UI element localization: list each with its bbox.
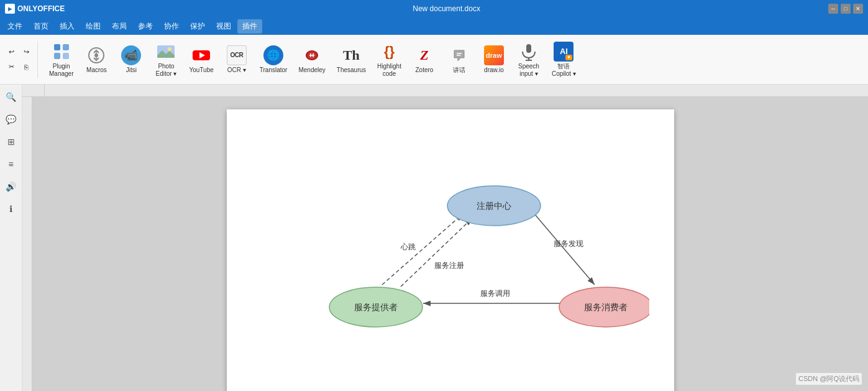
svg-rect-1 [63, 44, 69, 50]
menu-reference[interactable]: 参考 [133, 19, 158, 34]
highlight-code-button[interactable]: {} Highlightcode [373, 39, 405, 81]
cut-icon[interactable]: ✂ [5, 61, 17, 73]
document-area: 注册中心 服务提供者 服务消费者 心跳 服务注册 服务发现 [22, 97, 868, 391]
svg-rect-3 [63, 53, 69, 59]
svg-rect-2 [54, 53, 60, 59]
ai-copilot-icon: AI ✦ [554, 42, 573, 62]
photo-editor-icon [156, 42, 176, 62]
youtube-button[interactable]: YouTube [185, 39, 217, 81]
speech-input-button[interactable]: Speechinput ▾ [513, 39, 544, 81]
menu-protect[interactable]: 保护 [185, 19, 210, 34]
svg-line-20 [401, 218, 472, 287]
zotero-button[interactable]: Z Zotero [409, 39, 440, 81]
plugin-toolbar: PluginManager Macros 📹 Jitsi [40, 39, 580, 81]
sidebar-search-icon[interactable]: 🔍 [4, 90, 19, 104]
svg-text:服务消费者: 服务消费者 [584, 302, 628, 312]
svg-line-21 [534, 214, 595, 285]
title-bar: ▶ ONLYOFFICE New document.docx ─ □ ✕ [0, 0, 868, 17]
redo-icon[interactable]: ↪ [20, 46, 32, 58]
svg-line-23 [382, 214, 463, 285]
ocr-button[interactable]: OCR OCR ▾ [221, 39, 252, 81]
ruler-left [22, 97, 32, 391]
ruler-scale-top: // rendered via JS below [45, 85, 868, 96]
document-title: New document.docx [65, 4, 828, 13]
mendeley-icon [302, 45, 322, 65]
menu-plugin[interactable]: 插件 [237, 19, 262, 34]
thesaurus-icon: Th [341, 45, 361, 65]
toolbar: ↩ ↪ ✂ ⎘ PluginManager [0, 35, 868, 85]
sidebar-info-icon[interactable]: ℹ [4, 201, 19, 216]
plugin-manager-button[interactable]: PluginManager [45, 39, 77, 81]
speech-input-label: Speechinput ▾ [518, 63, 539, 78]
ocr-icon: OCR [227, 45, 247, 65]
sidebar-speaker-icon[interactable]: 🔊 [4, 179, 19, 194]
ruler-corner [22, 85, 45, 96]
translator-label: Translator [260, 67, 288, 74]
svg-text:服务提供者: 服务提供者 [354, 302, 398, 312]
svg-point-8 [168, 47, 171, 51]
svg-point-6 [94, 53, 98, 57]
ai-copilot-button[interactable]: AI ✦ 智语Copilot ▾ [548, 39, 580, 81]
undo-icon[interactable]: ↩ [5, 46, 17, 58]
ocr-label: OCR ▾ [227, 67, 246, 74]
thesaurus-label: Thesaurus [337, 67, 366, 74]
svg-rect-13 [526, 44, 531, 53]
sidebar-grid-icon[interactable]: ⊞ [4, 134, 19, 149]
translator-icon: 🌐 [263, 45, 283, 65]
talk-button[interactable]: 讲话 [444, 39, 475, 81]
watermark: CSDN @阿Q说代码 [796, 373, 862, 385]
close-button[interactable]: ✕ [853, 4, 863, 14]
menu-draw[interactable]: 绘图 [81, 19, 106, 34]
jitsi-label: Jitsi [126, 67, 137, 74]
main-area: 🔍 💬 ⊞ ≡ 🔊 ℹ // rendered via JS below [0, 85, 868, 391]
menu-view[interactable]: 视图 [211, 19, 236, 34]
toolbar-row-2: ✂ ⎘ [5, 61, 32, 73]
drawio-button[interactable]: draw draw.io [478, 39, 509, 81]
menu-insert[interactable]: 插入 [55, 19, 80, 34]
menu-bar: 文件 首页 插入 绘图 布局 参考 协作 保护 视图 插件 [0, 17, 868, 35]
minimize-button[interactable]: ─ [828, 4, 838, 14]
translator-button[interactable]: 🌐 Translator [256, 39, 291, 81]
toolbar-quick-access: ↩ ↪ ✂ ⎘ [5, 41, 38, 78]
window-controls: ─ □ ✕ [828, 4, 863, 14]
jitsi-icon: 📹 [121, 45, 141, 65]
copy-icon[interactable]: ⎘ [20, 61, 32, 73]
ai-copilot-label: 智语Copilot ▾ [552, 63, 576, 78]
menu-home[interactable]: 首页 [29, 19, 53, 34]
thesaurus-button[interactable]: Th Thesaurus [333, 39, 370, 81]
sidebar-comment-icon[interactable]: 💬 [4, 112, 19, 127]
sidebar-list-icon[interactable]: ≡ [4, 157, 19, 172]
macros-label: Macros [86, 67, 107, 74]
logo-icon: ▶ [5, 4, 15, 14]
mendeley-label: Mendeley [298, 67, 325, 74]
logo-text: ONLYOFFICE [17, 4, 65, 13]
drawio-label: draw.io [484, 67, 504, 74]
document-page: 注册中心 服务提供者 服务消费者 心跳 服务注册 服务发现 [227, 109, 674, 391]
svg-text:服务注册: 服务注册 [434, 261, 464, 270]
page-container[interactable]: 注册中心 服务提供者 服务消费者 心跳 服务注册 服务发现 [32, 97, 868, 391]
photo-editor-button[interactable]: PhotoEditor ▾ [150, 39, 181, 81]
svg-rect-16 [45, 85, 868, 96]
left-sidebar: 🔍 💬 ⊞ ≡ 🔊 ℹ [0, 85, 22, 391]
menu-collaborate[interactable]: 协作 [159, 19, 184, 34]
maximize-button[interactable]: □ [841, 4, 851, 14]
content-area: // rendered via JS below [22, 85, 868, 391]
svg-text:心跳: 心跳 [400, 242, 416, 251]
drawio-icon: draw [484, 45, 504, 65]
svg-rect-17 [22, 97, 32, 391]
ruler-top: // rendered via JS below [22, 85, 868, 97]
youtube-label: YouTube [189, 67, 213, 74]
talk-icon [449, 45, 469, 65]
menu-file[interactable]: 文件 [2, 19, 27, 34]
toolbar-row-1: ↩ ↪ [5, 46, 32, 58]
macros-button[interactable]: Macros [81, 39, 112, 81]
jitsi-button[interactable]: 📹 Jitsi [116, 39, 147, 81]
menu-layout[interactable]: 布局 [107, 19, 132, 34]
talk-label: 讲话 [453, 67, 465, 74]
mendeley-button[interactable]: Mendeley [295, 39, 329, 81]
svg-text:服务调用: 服务调用 [480, 289, 510, 298]
svg-text:服务发现: 服务发现 [554, 239, 583, 248]
plugin-manager-label: PluginManager [49, 63, 73, 78]
zotero-label: Zotero [416, 67, 434, 74]
speech-input-icon [519, 42, 539, 62]
